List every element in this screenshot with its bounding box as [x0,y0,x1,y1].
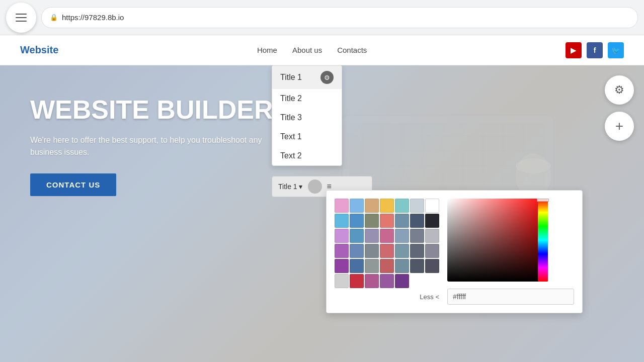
toolbar-style-select[interactable]: Title 1 ▾ [278,183,303,191]
dropdown-item-title2[interactable]: Title 2 [272,89,342,108]
swatch-r4c4[interactable] [380,244,394,258]
swatch-r3c6[interactable] [410,229,424,243]
site-nav: Home About us Contacts [257,46,367,54]
twitter-icon[interactable]: 🐦 [608,42,624,58]
float-buttons: ⚙ + [605,75,634,141]
dropdown-label-title2: Title 2 [280,94,302,103]
nav-about[interactable]: About us [292,46,322,54]
swatch-r2c2[interactable] [350,214,364,228]
swatch-r3c2[interactable] [350,229,364,243]
swatch-r4c6[interactable] [410,244,424,258]
swatch-r5c7[interactable] [425,259,439,273]
settings-float-button[interactable]: ⚙ [605,75,634,105]
hero-subtitle: We're here to offer the best support, to… [30,134,282,158]
menu-line-1 [16,14,27,15]
url-bar[interactable]: 🔒 https://97829.8b.io [41,7,638,28]
contact-us-button[interactable]: CONTACT US [30,173,116,196]
swatch-r3c3[interactable] [365,229,379,243]
swatch-r5c6[interactable] [410,259,424,273]
swatch-r3c7[interactable] [425,229,439,243]
dropdown-item-text2[interactable]: Text 2 [272,146,342,165]
menu-line-2 [16,17,27,18]
swatch-r4c2[interactable] [350,244,364,258]
swatch-r2c1[interactable] [335,214,349,228]
swatch-r5c5[interactable] [395,259,409,273]
spectrum-area: #fffff [447,199,574,305]
less-button[interactable]: Less < [335,293,439,301]
add-float-button[interactable]: + [605,112,634,141]
plus-icon: + [615,118,623,134]
lock-icon: 🔒 [50,14,58,21]
youtube-icon[interactable]: ▶ [566,42,582,58]
swatch-r2c4[interactable] [380,214,394,228]
social-icons: ▶ f 🐦 [566,42,624,58]
swatch-r1c6[interactable] [410,199,424,213]
swatch-r1c4[interactable] [380,199,394,213]
hero-title: WEBSITE BUILDER [30,96,282,124]
swatch-r3c5[interactable] [395,229,409,243]
svg-point-20 [516,158,551,173]
site-logo: Website [20,44,58,56]
swatch-r2c3[interactable] [365,214,379,228]
site-header: Website Home About us Contacts ▶ f 🐦 [0,35,644,65]
swatch-r1c1[interactable] [335,199,349,213]
facebook-icon[interactable]: f [587,42,603,58]
swatch-r1c3[interactable] [365,199,379,213]
main-area: WEBSITE BUILDER We're here to offer the … [0,65,644,362]
swatch-r4c1[interactable] [335,244,349,258]
swatch-extra4[interactable] [380,274,394,288]
color-picker-inner: Less < #fffff [335,199,574,305]
dropdown-label-title3: Title 3 [280,113,302,122]
dropdown-panel: Title 1 ⚙ Title 2 Title 3 Text 1 Text 2 [272,65,342,166]
hero-content: WEBSITE BUILDER We're here to offer the … [30,96,282,196]
browser-chrome: 🔒 https://97829.8b.io [0,0,644,35]
spectrum-container [447,199,548,282]
swatch-r2c7[interactable] [425,214,439,228]
swatch-r3c4[interactable] [380,229,394,243]
swatch-grid [335,199,439,273]
menu-line-3 [16,21,27,22]
swatch-r5c4[interactable] [380,259,394,273]
swatch-extra1[interactable] [335,274,349,288]
swatch-r2c5[interactable] [395,214,409,228]
item-settings-icon[interactable]: ⚙ [320,71,334,84]
swatch-r5c3[interactable] [365,259,379,273]
swatch-r5c1[interactable] [335,259,349,273]
hex-input[interactable]: #fffff [447,289,574,305]
nav-contacts[interactable]: Contacts [337,46,367,54]
nav-home[interactable]: Home [257,46,277,54]
swatch-extra-row [335,274,439,288]
browser-menu-button[interactable] [6,3,36,33]
swatch-r5c2[interactable] [350,259,364,273]
swatch-extra3[interactable] [365,274,379,288]
toolbar-selected-label: Title 1 [278,183,297,191]
settings-icon: ⚙ [614,83,624,97]
swatch-r1c2[interactable] [350,199,364,213]
swatch-r4c7[interactable] [425,244,439,258]
color-swatches: Less < [335,199,439,305]
dropdown-item-text1[interactable]: Text 1 [272,127,342,146]
swatch-r1c5[interactable] [395,199,409,213]
spec-dark [447,199,548,282]
dropdown-label-text1: Text 1 [280,132,302,141]
swatch-r2c6[interactable] [410,214,424,228]
spectrum-gradient[interactable] [447,199,548,282]
color-picker-panel: Less < #fffff [326,190,583,313]
swatch-r1c7[interactable] [425,199,439,213]
dropdown-label-title1: Title 1 [280,73,302,82]
swatch-r4c3[interactable] [365,244,379,258]
toggle-button[interactable] [308,179,322,194]
swatch-r3c1[interactable] [335,229,349,243]
url-text: https://97829.8b.io [62,13,124,22]
swatch-r4c5[interactable] [395,244,409,258]
swatch-extra2[interactable] [350,274,364,288]
swatch-extra5[interactable] [395,274,409,288]
dropdown-label-text2: Text 2 [280,151,302,160]
dropdown-item-title1[interactable]: Title 1 ⚙ [272,66,342,89]
hue-cursor [537,199,549,202]
dropdown-item-title3[interactable]: Title 3 [272,108,342,127]
hue-strip[interactable] [538,199,548,282]
